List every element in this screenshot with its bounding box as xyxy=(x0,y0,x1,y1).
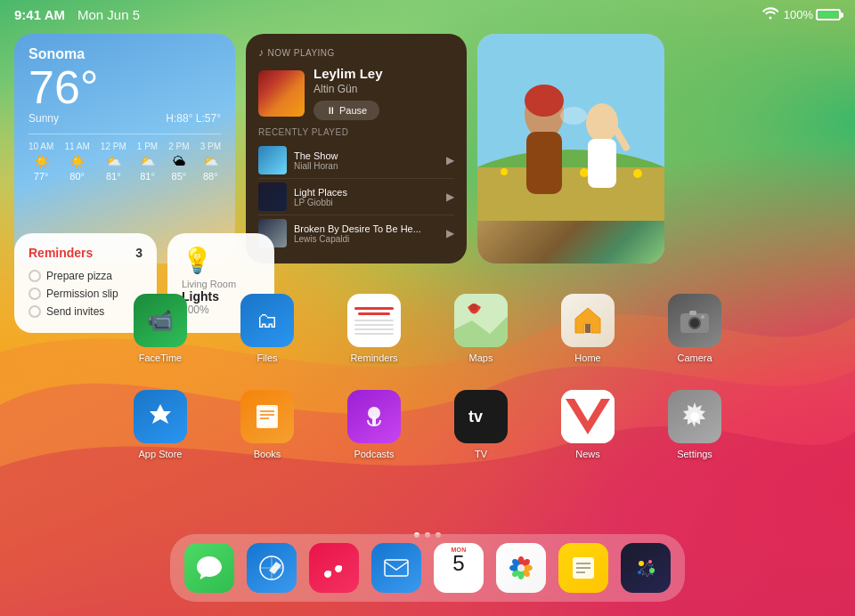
svg-rect-18 xyxy=(585,324,590,333)
reminders-count: 3 xyxy=(135,246,142,260)
svg-text:tv: tv xyxy=(468,408,483,426)
settings-icon xyxy=(668,390,721,443)
reminders-header: Reminders 3 xyxy=(28,246,142,260)
music-artist: Altin Gün xyxy=(314,83,454,95)
svg-point-3 xyxy=(501,168,508,175)
recent-track-2[interactable]: Light Places LP Giobbi ▶ xyxy=(258,179,454,215)
app-maps[interactable]: Maps xyxy=(445,294,517,363)
recent-play-icon-1: ▶ xyxy=(446,154,454,166)
svg-point-51 xyxy=(648,560,652,563)
dock: Mon 5 xyxy=(170,534,685,602)
status-right: 100% xyxy=(762,7,841,22)
recent-track-3[interactable]: Broken By Desire To Be He... Lewis Capal… xyxy=(258,215,454,251)
weather-hour-4: 1 PM ⛅ 81° xyxy=(137,142,158,182)
status-date: Mon Jun 5 xyxy=(77,7,140,22)
app-settings[interactable]: Settings xyxy=(659,390,730,459)
widgets-area: Sonoma 76° Sunny H:88° L:57° 10 AM ☀️ 77… xyxy=(14,34,841,263)
app-home[interactable]: Home xyxy=(552,294,623,363)
app-row-2: App Store Books xyxy=(125,390,730,459)
app-files[interactable]: 🗂 Files xyxy=(232,294,303,363)
music-album-art xyxy=(258,70,305,117)
svg-point-21 xyxy=(690,319,699,328)
weather-hour-2: 11 AM ☀️ 80° xyxy=(64,142,89,182)
reminder-item-1: Prepare pizza xyxy=(28,267,142,285)
status-time: 9:41 AM xyxy=(14,7,65,22)
svg-point-11 xyxy=(525,85,564,117)
svg-rect-10 xyxy=(526,132,562,194)
weather-temp: 76° xyxy=(28,64,221,110)
recent-track-1[interactable]: The Show Niall Horan ▶ xyxy=(258,142,454,179)
reminder-circle-1 xyxy=(28,270,41,282)
tv-icon: tv xyxy=(454,390,508,443)
svg-point-6 xyxy=(580,168,589,177)
dock-photos[interactable] xyxy=(496,543,546,593)
recent-info-2: Light Places LP Giobbi xyxy=(294,187,439,207)
dock-messages[interactable] xyxy=(184,543,234,593)
svg-rect-35 xyxy=(385,560,408,576)
dock-calendar[interactable]: Mon 5 xyxy=(434,543,484,593)
appstore-icon xyxy=(134,390,187,443)
app-news[interactable]: News xyxy=(552,390,623,459)
music-pause-button[interactable]: ⏸ Pause xyxy=(314,101,379,120)
weather-hour-5: 2 PM 🌥 85° xyxy=(168,142,189,182)
music-now-playing-label: ♪ NOW PLAYING xyxy=(258,46,454,59)
reminders-title: Reminders xyxy=(28,246,93,260)
books-icon xyxy=(240,390,294,443)
svg-rect-13 xyxy=(588,139,616,188)
camera-icon xyxy=(668,294,721,347)
battery-percent: 100% xyxy=(784,8,813,21)
weather-widget[interactable]: Sonoma 76° Sunny H:88° L:57° 10 AM ☀️ 77… xyxy=(14,34,235,263)
files-icon: 🗂 xyxy=(240,294,294,347)
weather-location: Sonoma xyxy=(28,46,221,62)
recent-thumb-2 xyxy=(258,182,287,211)
dock-music[interactable] xyxy=(309,543,359,593)
lights-icon: 💡 xyxy=(182,246,260,275)
wifi-icon xyxy=(762,7,778,22)
news-icon xyxy=(561,390,615,443)
dock-safari[interactable] xyxy=(247,543,297,593)
recent-info-3: Broken By Desire To Be He... Lewis Capal… xyxy=(294,223,439,244)
music-current-track: Leylim Ley Altin Gün ⏸ Pause xyxy=(258,66,454,120)
svg-rect-22 xyxy=(689,311,696,315)
app-camera[interactable]: Camera xyxy=(659,294,730,363)
dock-mail[interactable] xyxy=(371,543,421,593)
app-podcasts[interactable]: Podcasts xyxy=(338,390,410,459)
svg-point-15 xyxy=(560,107,587,125)
svg-point-23 xyxy=(701,315,704,319)
music-info: Leylim Ley Altin Gün ⏸ Pause xyxy=(314,66,454,120)
facetime-icon: 📹 xyxy=(134,294,187,347)
app-appstore[interactable]: App Store xyxy=(125,390,196,459)
app-row-1: 📹 FaceTime 🗂 Files Reminders xyxy=(125,294,730,363)
music-widget[interactable]: ♪ NOW PLAYING Leylim Ley Altin Gün ⏸ Pau… xyxy=(246,34,467,263)
svg-point-52 xyxy=(649,568,655,573)
svg-point-53 xyxy=(638,571,641,574)
app-books[interactable]: Books xyxy=(232,390,303,459)
svg-rect-30 xyxy=(372,417,376,426)
podcasts-icon xyxy=(347,390,401,443)
photo-widget[interactable] xyxy=(477,34,664,263)
app-facetime[interactable]: 📹 FaceTime xyxy=(125,294,196,363)
recent-thumb-1 xyxy=(258,146,287,174)
app-reminders[interactable]: Reminders xyxy=(338,294,410,363)
svg-rect-25 xyxy=(258,407,276,426)
recently-played-label: RECENTLY PLAYED xyxy=(258,127,454,137)
dock-notes[interactable] xyxy=(558,543,608,593)
svg-point-45 xyxy=(517,564,525,571)
lights-room: Living Room xyxy=(182,279,260,289)
recent-info-1: The Show Niall Horan xyxy=(294,150,439,171)
weather-condition: Sunny xyxy=(28,112,59,125)
battery-indicator: 100% xyxy=(784,8,841,21)
music-title: Leylim Ley xyxy=(314,66,454,81)
dock-arcade[interactable] xyxy=(621,543,671,593)
svg-point-50 xyxy=(639,561,644,566)
weather-hour-6: 3 PM ⛅ 88° xyxy=(200,142,221,182)
app-tv[interactable]: tv TV xyxy=(445,390,517,459)
recent-play-icon-2: ▶ xyxy=(446,190,454,203)
reminders-app-icon xyxy=(347,294,401,347)
weather-hour-3: 12 PM ⛅ 81° xyxy=(101,142,126,182)
photo-image xyxy=(477,34,664,263)
home-icon xyxy=(561,294,615,347)
battery-icon xyxy=(816,9,841,20)
status-bar: 9:41 AM Mon Jun 5 100% xyxy=(14,7,841,22)
weather-hilo: H:88° L:57° xyxy=(166,112,221,125)
